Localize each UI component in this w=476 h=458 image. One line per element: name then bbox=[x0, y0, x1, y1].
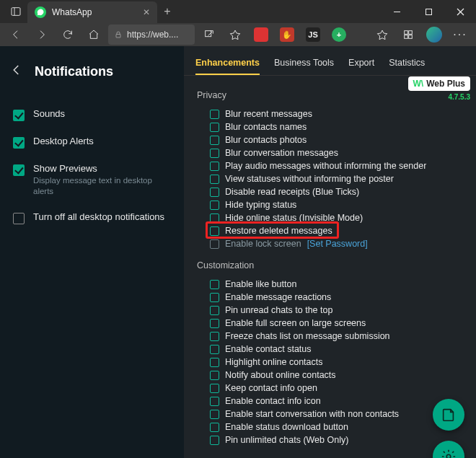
option-label: Blur recent messages bbox=[225, 109, 312, 119]
section-title: Customization bbox=[197, 260, 463, 270]
tab-export[interactable]: Export bbox=[348, 53, 374, 75]
option-label: Enable status download button bbox=[225, 422, 348, 432]
browser-tab[interactable]: WhatsApp ✕ bbox=[27, 1, 157, 23]
option-enable-status-download-button[interactable]: Enable status download button bbox=[197, 420, 463, 433]
checkbox[interactable] bbox=[13, 137, 25, 149]
checkbox[interactable] bbox=[210, 410, 219, 419]
option-enable-start-conversation-with-non-contacts[interactable]: Enable start conversation with non conta… bbox=[197, 408, 463, 420]
sidebar-toggle-icon[interactable] bbox=[4, 0, 27, 23]
new-tab-button[interactable]: + bbox=[157, 5, 177, 18]
option-label: Enable message reactions bbox=[225, 292, 331, 302]
option-label: Enable lock screen bbox=[225, 239, 301, 249]
maximize-button[interactable] bbox=[413, 0, 444, 23]
checkbox[interactable] bbox=[210, 188, 219, 197]
minimize-button[interactable] bbox=[381, 0, 413, 23]
checkbox[interactable] bbox=[210, 423, 219, 432]
checkbox[interactable] bbox=[210, 345, 219, 354]
ext1-icon[interactable] bbox=[250, 23, 273, 46]
checkbox[interactable] bbox=[210, 280, 219, 289]
option-blur-contacts-photos[interactable]: Blur contacts photos bbox=[197, 133, 463, 146]
setting-sounds[interactable]: Sounds bbox=[0, 101, 184, 128]
checkbox[interactable] bbox=[210, 319, 219, 328]
collections-button[interactable] bbox=[397, 23, 420, 46]
back-arrow-icon[interactable] bbox=[10, 63, 23, 79]
whatsapp-icon bbox=[35, 6, 46, 18]
setting-turn-off-all-desktop-notifications[interactable]: Turn off all desktop notifications bbox=[0, 204, 184, 232]
option-blur-contacts-names[interactable]: Blur contacts names bbox=[197, 120, 463, 133]
setting-show-previews[interactable]: Show PreviewsDisplay message text in des… bbox=[0, 156, 184, 204]
close-icon[interactable]: ✕ bbox=[143, 7, 150, 17]
tab-statistics[interactable]: Statistics bbox=[389, 53, 425, 75]
checkbox[interactable] bbox=[210, 201, 219, 210]
option-blur-conversation-messages[interactable]: Blur conversation messages bbox=[197, 146, 463, 159]
ext3-icon[interactable]: JS bbox=[301, 23, 325, 46]
checkbox[interactable] bbox=[210, 384, 219, 393]
option-hide-typing-status[interactable]: Hide typing status bbox=[197, 198, 463, 211]
lock-icon bbox=[114, 30, 123, 39]
tab-enhancements[interactable]: Enhancements bbox=[195, 53, 260, 75]
setting-desktop-alerts[interactable]: Desktop Alerts bbox=[0, 128, 184, 156]
open-external-icon[interactable] bbox=[198, 23, 221, 46]
checkbox[interactable] bbox=[13, 213, 25, 224]
option-enable-full-screen-on-large-screens[interactable]: Enable full screen on large screens bbox=[197, 317, 463, 330]
checkbox[interactable] bbox=[210, 293, 219, 302]
option-enable-lock-screen[interactable]: Enable lock screen [Set Password] bbox=[197, 237, 463, 250]
option-enable-contact-status[interactable]: Enable contact status bbox=[197, 343, 463, 356]
option-enable-like-button[interactable]: Enable like button bbox=[197, 278, 463, 291]
svg-rect-3 bbox=[426, 9, 431, 14]
checkbox[interactable] bbox=[210, 162, 219, 171]
url-text: https://web.... bbox=[127, 30, 178, 40]
option-label: Enable contact info icon bbox=[225, 396, 321, 406]
checkbox[interactable] bbox=[210, 358, 219, 367]
checkbox[interactable] bbox=[210, 213, 219, 223]
setting-sublabel: Display message text in desktop alerts bbox=[33, 175, 171, 197]
back-button[interactable] bbox=[4, 23, 27, 46]
option-label: Play audio messages without informing th… bbox=[225, 161, 426, 171]
option-keep-contact-info-open[interactable]: Keep contact info open bbox=[197, 382, 463, 395]
tab-business-tools[interactable]: Business Tools bbox=[274, 53, 334, 75]
ext4-icon[interactable]: + bbox=[327, 23, 351, 46]
option-restore-deleted-messages[interactable]: Restore deleted messages bbox=[197, 224, 463, 237]
checkbox[interactable] bbox=[210, 123, 219, 132]
svg-point-14 bbox=[446, 454, 451, 458]
checkbox[interactable] bbox=[13, 110, 25, 121]
svg-rect-12 bbox=[405, 35, 408, 39]
set-password-link[interactable]: [Set Password] bbox=[307, 239, 368, 249]
checkbox[interactable] bbox=[210, 371, 219, 380]
sticker-fab[interactable] bbox=[433, 399, 464, 431]
ext2-icon[interactable]: ✋ bbox=[276, 23, 299, 46]
settings-fab[interactable] bbox=[433, 441, 464, 458]
checkbox[interactable] bbox=[210, 397, 219, 406]
more-button[interactable]: ··· bbox=[449, 23, 472, 46]
checkbox[interactable] bbox=[210, 436, 219, 445]
option-freeze-chats-list-on-message-submission[interactable]: Freeze chats list on message submission bbox=[197, 330, 463, 343]
checkbox[interactable] bbox=[210, 306, 219, 315]
favorite-icon[interactable] bbox=[224, 23, 247, 46]
option-enable-contact-info-icon[interactable]: Enable contact info icon bbox=[197, 395, 463, 408]
forward-button[interactable] bbox=[30, 23, 53, 46]
option-blur-recent-messages[interactable]: Blur recent messages bbox=[197, 107, 463, 120]
option-hide-online-status-invisible-mode[interactable]: Hide online status (Invisible Mode) bbox=[197, 211, 463, 224]
checkbox[interactable] bbox=[210, 239, 219, 249]
option-pin-unlimited-chats-web-only[interactable]: Pin unlimited chats (Web Only) bbox=[197, 433, 463, 446]
close-window-button[interactable] bbox=[444, 0, 476, 23]
option-view-statuses-without-informing-the-poster[interactable]: View statuses without informing the post… bbox=[197, 172, 463, 185]
option-disable-read-receipts-blue-ticks[interactable]: Disable read receipts (Blue Ticks) bbox=[197, 185, 463, 198]
option-notify-about-online-contacts[interactable]: Notify about online contacts bbox=[197, 369, 463, 382]
address-bar[interactable]: https://web.... bbox=[108, 25, 195, 45]
option-highlight-online-contacts[interactable]: Highlight online contacts bbox=[197, 356, 463, 369]
checkbox[interactable] bbox=[210, 110, 219, 119]
checkbox[interactable] bbox=[210, 175, 219, 184]
profile-avatar[interactable] bbox=[423, 23, 446, 46]
favorites-button[interactable] bbox=[371, 23, 394, 46]
option-play-audio-messages-without-informing-the-sender[interactable]: Play audio messages without informing th… bbox=[197, 159, 463, 172]
checkbox[interactable] bbox=[210, 332, 219, 341]
refresh-button[interactable] bbox=[56, 23, 79, 46]
home-button[interactable] bbox=[82, 23, 105, 46]
checkbox[interactable] bbox=[210, 149, 219, 158]
checkbox[interactable] bbox=[13, 164, 25, 176]
checkbox[interactable] bbox=[210, 226, 219, 236]
option-pin-unread-chats-to-the-top[interactable]: Pin unread chats to the top bbox=[197, 304, 463, 317]
option-enable-message-reactions[interactable]: Enable message reactions bbox=[197, 291, 463, 304]
checkbox[interactable] bbox=[210, 136, 219, 145]
